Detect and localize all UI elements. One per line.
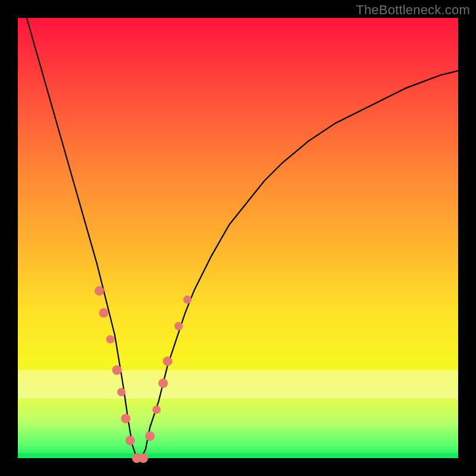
haze-band [18,370,458,399]
curve-marker [112,365,122,375]
curve-marker [117,388,126,396]
bottleneck-plot [18,18,458,458]
curve-marker [95,286,104,296]
curve-marker [152,406,161,414]
curve-marker [158,378,168,388]
curve-marker [121,414,130,423]
curve-marker [106,335,114,343]
curve-marker [163,356,173,366]
curve-marker [139,453,148,463]
chart-frame [18,18,458,458]
green-baseline [18,453,458,458]
curve-marker [174,322,183,330]
curve-marker [99,308,108,318]
watermark-text: TheBottleneck.com [356,2,470,18]
curve-marker [126,436,135,445]
curve-marker [183,296,192,304]
curve-marker [145,431,155,441]
